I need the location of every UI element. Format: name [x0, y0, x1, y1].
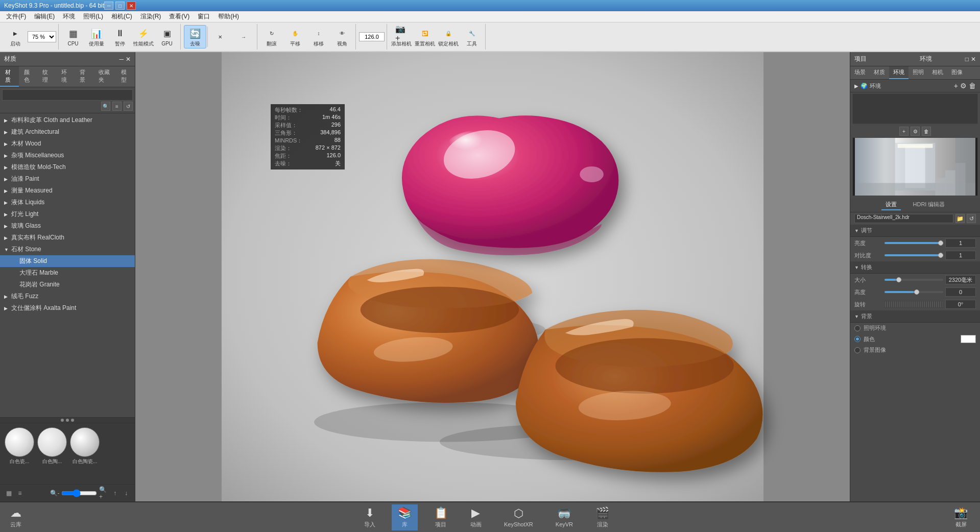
toolbar-move2-button[interactable]: ↕ 移移 [307, 25, 330, 49]
viewport[interactable]: 每秒帧数： 46.4 时间： 1m 46s 采样值： 296 三角形： 384,… [135, 52, 850, 501]
section-adjustment[interactable]: ▼ 调节 [850, 225, 980, 237]
bottom-project[interactable]: 📋 项目 [428, 504, 454, 530]
toolbar-performance-button[interactable]: ⚡ 性能模式 [132, 25, 155, 49]
toolbar-add-camera-button[interactable]: 📷+ 添加相机 [390, 25, 413, 49]
tab-bg[interactable]: 背景 [75, 66, 93, 87]
zoom-select[interactable]: 75 % [28, 31, 56, 42]
toolbar-lock-camera-button[interactable]: 🔒 锁定相机 [437, 25, 460, 49]
tab-color[interactable]: 颜色 [19, 66, 38, 87]
toolbar-cpu-button[interactable]: ▦ CPU [62, 25, 84, 49]
library-close-icon[interactable]: ✕ [126, 56, 131, 63]
tree-item-measured[interactable]: ▶ 测量 Measured [0, 185, 135, 197]
toolbar-pan-button[interactable]: ✋ 平移 [284, 25, 306, 49]
section-transform[interactable]: ▼ 转换 [850, 261, 980, 274]
tab-image[interactable]: 图像 [947, 66, 967, 79]
section-background[interactable]: ▼ 背景 [850, 310, 980, 323]
tree-item-axalta[interactable]: ▶ 文仕儷涂料 Axalta Paint [0, 302, 135, 314]
tree-item-light[interactable]: ▶ 灯光 Light [0, 208, 135, 220]
contrast-slider[interactable] [885, 254, 943, 256]
toolbar-tumble-button[interactable]: ↻ 翻滚 [260, 25, 283, 49]
tab-favorites[interactable]: 收藏夹 [93, 66, 116, 87]
tree-item-paint[interactable]: ▶ 油漆 Paint [0, 173, 135, 185]
color-swatch[interactable] [961, 335, 976, 343]
panel-dot2[interactable] [66, 419, 69, 422]
close-button[interactable]: ✕ [127, 2, 136, 10]
height-slider[interactable] [885, 291, 943, 293]
tree-item-granite[interactable]: 花岗岩 Granite [0, 279, 135, 291]
size-slider[interactable] [885, 279, 943, 281]
radio-lighting-circle[interactable] [854, 325, 861, 331]
height-input[interactable] [945, 287, 976, 297]
contrast-thumb[interactable] [938, 253, 943, 258]
brightness-thumb[interactable] [938, 240, 943, 246]
tab-environment[interactable]: 环境 [889, 66, 909, 79]
tab-hdri-editor[interactable]: HDRI 编辑器 [909, 200, 949, 210]
tree-item-liquids[interactable]: ▶ 液体 Liquids [0, 197, 135, 208]
size-thumb[interactable] [896, 277, 901, 282]
thumbnail-2[interactable]: 白色陶... [37, 427, 67, 480]
hdri-refresh-button[interactable]: ↺ [967, 214, 976, 223]
env-add-icon[interactable]: + [954, 82, 958, 90]
hdri-browse-button[interactable]: 📁 [955, 214, 965, 223]
thumbnail-1[interactable]: 白色瓷... [4, 427, 35, 480]
menu-file[interactable]: 文件(F) [2, 11, 30, 22]
bottom-screenshot[interactable]: 📸 截屏 [948, 504, 974, 530]
toolbar-usage-button[interactable]: 📊 使用量 [85, 25, 108, 49]
tab-material[interactable]: 材质 [870, 66, 889, 79]
env-btn3[interactable]: 🗑 [922, 127, 931, 136]
tree-item-fuzz[interactable]: ▶ 绒毛 Fuzz [0, 291, 135, 302]
env-settings-icon[interactable]: ⚙ [960, 82, 967, 90]
tree-item-misc[interactable]: ▶ 杂项 Miscellaneous [0, 150, 135, 161]
menu-render[interactable]: 渲染(R) [136, 11, 165, 22]
bottom-keyshot-xr[interactable]: ⬡ KeyShotXR [498, 505, 539, 529]
bottom-cloud[interactable]: ☁ 云库 [0, 502, 32, 532]
toolbar-denoise-button[interactable]: 🔄 去噪 [184, 25, 206, 49]
focal-length-input[interactable] [359, 32, 385, 41]
radio-bgimage-circle[interactable] [854, 347, 861, 353]
rotation-input[interactable] [945, 300, 976, 309]
tree-item-moldtech[interactable]: ▶ 模德造纹 Mold-Tech [0, 161, 135, 173]
toolbar-pause-button[interactable]: ⏸ 暂停 [109, 25, 131, 49]
panel-dot1[interactable] [61, 419, 64, 422]
tree-item-arch[interactable]: ▶ 建筑 Architectural [0, 126, 135, 138]
bottom-render[interactable]: 🎬 渲染 [589, 504, 615, 530]
env-btn2[interactable]: ⚙ [911, 127, 920, 136]
tab-lighting[interactable]: 照明 [909, 66, 928, 79]
zoom-in-icon[interactable]: 🔍+ [99, 489, 108, 498]
library-minimize-icon[interactable]: ─ [119, 56, 124, 63]
toolbar-tools-button[interactable]: 🔧 工具 [461, 25, 483, 49]
panel-dot3[interactable] [71, 419, 74, 422]
toolbar-move-button[interactable]: → [232, 25, 255, 49]
minimize-button[interactable]: ─ [104, 2, 113, 10]
tree-item-realcloth[interactable]: ▶ 真实布料 RealCloth [0, 232, 135, 244]
thumbnail-3[interactable]: 白色陶瓷... [69, 427, 100, 480]
nav-down-icon[interactable]: ↓ [122, 489, 131, 498]
maximize-button[interactable]: □ [115, 2, 125, 10]
bottom-import[interactable]: ⬇ 导入 [358, 504, 381, 530]
list-view-icon[interactable]: ≡ [15, 489, 25, 498]
bottom-library[interactable]: 📚 库 [392, 504, 418, 530]
contrast-input[interactable] [945, 251, 976, 260]
right-panel-expand-icon[interactable]: □ [965, 56, 969, 63]
toolbar-gpu-button[interactable]: ▣ GPU [156, 25, 178, 49]
radio-color-circle[interactable] [854, 336, 861, 342]
tab-settings[interactable]: 设置 [881, 200, 901, 210]
tree-item-glass[interactable]: ▶ 玻璃 Glass [0, 220, 135, 232]
tab-material[interactable]: 材质 [0, 66, 19, 87]
menu-lighting[interactable]: 照明(L) [79, 11, 107, 22]
tree-item-cloth[interactable]: ▶ 布料和皮革 Cloth and Leather [0, 114, 135, 126]
tree-item-wood[interactable]: ▶ 木材 Wood [0, 138, 135, 150]
tab-model[interactable]: 模型 [116, 66, 135, 87]
tab-camera[interactable]: 相机 [928, 66, 947, 79]
menu-help[interactable]: 帮助(H) [214, 11, 243, 22]
search-input[interactable] [2, 89, 133, 101]
toolbar-view-button[interactable]: 👁 视角 [331, 25, 353, 49]
menu-edit[interactable]: 编辑(E) [30, 11, 59, 22]
nav-up-icon[interactable]: ↑ [110, 489, 119, 498]
brightness-slider[interactable] [885, 242, 943, 244]
bottom-animation[interactable]: ▶ 动画 [464, 504, 488, 530]
zoom-out-icon[interactable]: 🔍- [50, 489, 59, 498]
refresh-icon[interactable]: ↺ [124, 102, 133, 111]
grid-view-icon[interactable]: ▦ [4, 489, 13, 498]
tab-scene[interactable]: 场景 [850, 66, 870, 79]
